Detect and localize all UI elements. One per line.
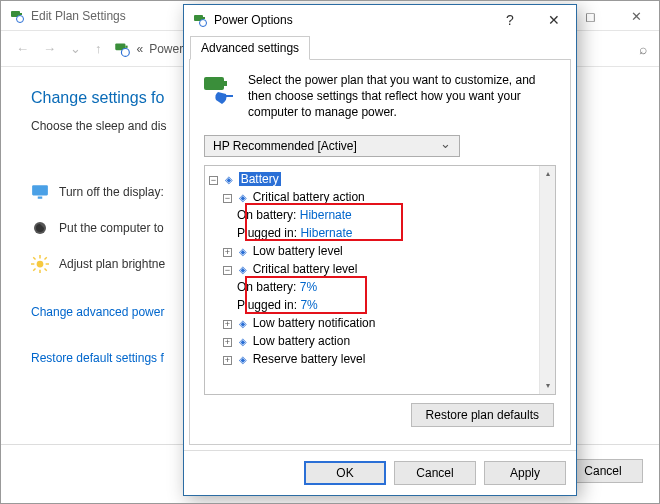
brightness-icon (31, 255, 49, 273)
dialog-tabstrip: Advanced settings (184, 35, 576, 59)
help-button[interactable]: ? (488, 5, 532, 35)
power-options-dialog: Power Options ? ✕ Advanced settings Sele… (183, 4, 577, 496)
dialog-button-row: OK Cancel Apply (184, 450, 576, 495)
svg-point-2 (17, 15, 24, 22)
svg-rect-4 (125, 45, 127, 47)
settings-tree[interactable]: − ◈ Battery − ◈ Critical battery action … (209, 170, 551, 368)
tab-advanced-settings[interactable]: Advanced settings (190, 36, 310, 60)
node-icon: ◈ (239, 318, 247, 329)
dialog-description-row: Select the power plan that you want to c… (200, 72, 560, 121)
power-plan-select[interactable]: HP Recommended [Active] (204, 135, 460, 157)
tree-root-battery[interactable]: Battery (239, 172, 281, 186)
svg-line-15 (45, 269, 47, 271)
scroll-down-icon[interactable]: ▾ (546, 378, 550, 394)
dialog-description: Select the power plan that you want to c… (248, 72, 560, 121)
svg-rect-22 (224, 81, 227, 86)
svg-line-16 (45, 257, 47, 259)
settings-tree-container: − ◈ Battery − ◈ Critical battery action … (204, 165, 556, 395)
crit-level-on-battery-value[interactable]: 7% (300, 280, 317, 294)
dialog-window-controls: ? ✕ (488, 5, 576, 35)
node-icon: ◈ (239, 246, 247, 257)
svg-rect-19 (203, 17, 205, 19)
node-icon: ◈ (225, 174, 233, 185)
tree-low-battery-level[interactable]: Low battery level (253, 244, 343, 258)
svg-point-9 (37, 261, 44, 268)
restore-defaults-row: Restore plan defaults (200, 403, 560, 431)
svg-rect-21 (204, 77, 224, 90)
cancel-button[interactable]: Cancel (394, 461, 476, 485)
expand-icon[interactable]: + (223, 338, 232, 347)
node-icon: ◈ (239, 354, 247, 365)
svg-line-17 (33, 269, 35, 271)
tree-low-battery-notification[interactable]: Low battery notification (253, 316, 376, 330)
crit-action-on-battery-label: On battery: (237, 208, 296, 222)
power-options-icon (192, 12, 208, 28)
dialog-titlebar: Power Options ? ✕ (184, 5, 576, 35)
power-plan-selected: HP Recommended [Active] (213, 139, 357, 153)
tree-low-battery-action[interactable]: Low battery action (253, 334, 350, 348)
node-icon: ◈ (239, 264, 247, 275)
collapse-icon[interactable]: − (209, 176, 218, 185)
crit-action-plugged-value[interactable]: Hibernate (300, 226, 352, 240)
close-button[interactable]: ✕ (613, 1, 659, 31)
sleep-icon (31, 219, 49, 237)
crit-action-plugged-label: Plugged in: (237, 226, 297, 240)
search-icon[interactable]: ⌕ (639, 41, 647, 57)
power-plan-icon (9, 8, 25, 24)
svg-rect-6 (32, 185, 48, 195)
recent-icon[interactable]: ⌄ (67, 41, 84, 56)
svg-rect-7 (38, 197, 43, 199)
svg-line-14 (33, 257, 35, 259)
ok-button[interactable]: OK (304, 461, 386, 485)
forward-icon[interactable]: → (40, 41, 59, 56)
svg-rect-1 (20, 13, 22, 15)
apply-button[interactable]: Apply (484, 461, 566, 485)
back-icon[interactable]: ← (13, 41, 32, 56)
row-brightness-label: Adjust plan brightne (59, 257, 165, 271)
restore-plan-defaults-button[interactable]: Restore plan defaults (411, 403, 554, 427)
expand-icon[interactable]: + (223, 320, 232, 329)
collapse-icon[interactable]: − (223, 266, 232, 275)
tree-critical-battery-level[interactable]: Critical battery level (253, 262, 358, 276)
crit-level-plugged-value[interactable]: 7% (300, 298, 317, 312)
dialog-title: Power Options (214, 13, 293, 27)
display-icon (31, 183, 49, 201)
node-icon: ◈ (239, 336, 247, 347)
scroll-up-icon[interactable]: ▴ (546, 166, 550, 182)
power-plan-icon (113, 40, 131, 58)
row-display-label: Turn off the display: (59, 185, 164, 199)
collapse-icon[interactable]: − (223, 194, 232, 203)
expand-icon[interactable]: + (223, 248, 232, 257)
tree-reserve-battery-level[interactable]: Reserve battery level (253, 352, 366, 366)
crit-action-on-battery-value[interactable]: Hibernate (300, 208, 352, 222)
svg-point-5 (121, 48, 129, 56)
up-icon[interactable]: ↑ (92, 41, 105, 56)
node-icon: ◈ (239, 192, 247, 203)
battery-plug-icon (200, 72, 236, 108)
dialog-body: Select the power plan that you want to c… (189, 59, 571, 445)
crit-level-plugged-label: Plugged in: (237, 298, 297, 312)
breadcrumb-sep: « (137, 42, 144, 56)
row-sleep-label: Put the computer to (59, 221, 164, 235)
dialog-close-button[interactable]: ✕ (532, 5, 576, 35)
crit-level-on-battery-label: On battery: (237, 280, 296, 294)
expand-icon[interactable]: + (223, 356, 232, 365)
tree-scrollbar[interactable]: ▴ ▾ (539, 166, 555, 394)
tree-critical-battery-action[interactable]: Critical battery action (253, 190, 365, 204)
bg-window-title: Edit Plan Settings (31, 9, 126, 23)
svg-point-20 (200, 20, 207, 27)
